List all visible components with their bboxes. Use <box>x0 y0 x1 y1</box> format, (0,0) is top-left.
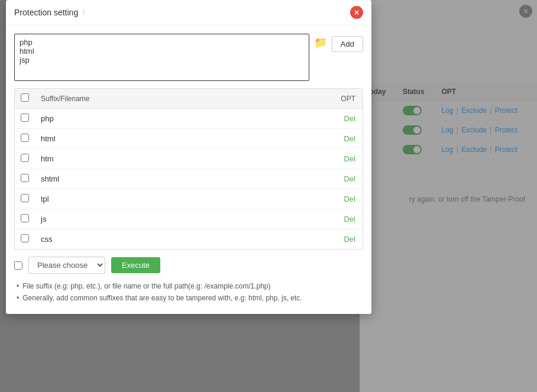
row-checkbox[interactable] <box>21 214 29 222</box>
modal-dialog: Protection setting ! × php html jsp 📁 Ad… <box>6 0 371 314</box>
th-opt: OPT <box>260 89 363 109</box>
row-checkbox[interactable] <box>21 154 29 162</box>
row-checkbox[interactable] <box>21 234 29 242</box>
suffix-textarea[interactable]: php html jsp <box>14 34 309 81</box>
row-check-cell <box>15 169 35 189</box>
row-check-cell <box>15 129 35 149</box>
action-row: Please choose Execute <box>14 257 363 274</box>
row-opt-cell: Del <box>260 209 363 229</box>
table-header-row: Suffix/Filename OPT <box>15 89 363 109</box>
row-suffix-cell: tpl <box>35 189 260 209</box>
select-all-checkbox[interactable] <box>21 93 29 102</box>
row-suffix-cell: html <box>35 129 260 149</box>
row-check-cell <box>15 149 35 169</box>
table-row: js Del <box>15 209 363 229</box>
row-check-cell <box>15 109 35 129</box>
table-row: shtml Del <box>15 169 363 189</box>
row-opt-cell: Del <box>260 109 363 129</box>
modal-title: Protection setting ! <box>14 8 85 17</box>
row-checkbox[interactable] <box>21 114 29 122</box>
row-check-cell <box>15 209 35 229</box>
row-opt-cell: Del <box>260 129 363 149</box>
del-link[interactable]: Del <box>344 114 355 123</box>
please-choose-select[interactable]: Please choose <box>28 257 105 274</box>
row-suffix-cell: js <box>35 209 260 229</box>
row-opt-cell: Del <box>260 189 363 209</box>
modal-header: Protection setting ! × <box>6 0 371 25</box>
row-suffix-cell: php <box>35 109 260 129</box>
th-checkbox <box>15 89 35 109</box>
hint-text-1: File suffix (e.g: php, etc.), or file na… <box>22 282 270 290</box>
table-row: css Del <box>15 229 363 250</box>
execute-button[interactable]: Execute <box>111 257 160 273</box>
del-link[interactable]: Del <box>344 134 355 143</box>
modal-body: php html jsp 📁 Add Suffix/Filename OPT <box>6 25 371 314</box>
textarea-icons: 📁 <box>314 34 327 49</box>
del-link[interactable]: Del <box>344 174 355 183</box>
suffix-table-container: Suffix/Filename OPT php Del <box>14 88 363 250</box>
action-select-all-checkbox[interactable] <box>14 261 22 270</box>
row-checkbox[interactable] <box>21 134 29 142</box>
row-suffix-cell: shtml <box>35 169 260 189</box>
row-opt-cell: Del <box>260 229 363 250</box>
del-link[interactable]: Del <box>344 154 355 163</box>
folder-icon[interactable]: 📁 <box>314 36 327 49</box>
modal-close-button[interactable]: × <box>350 6 363 19</box>
th-suffix: Suffix/Filename <box>35 89 260 109</box>
modal-title-suffix: ! <box>83 9 85 17</box>
hint-item: Generally, add common suffixes that are … <box>17 294 361 302</box>
hint-text-2: Generally, add common suffixes that are … <box>22 294 302 302</box>
row-checkbox[interactable] <box>21 194 29 202</box>
hints-section: File suffix (e.g: php, etc.), or file na… <box>14 282 363 302</box>
row-opt-cell: Del <box>260 169 363 189</box>
hint-item: File suffix (e.g: php, etc.), or file na… <box>17 282 361 290</box>
del-link[interactable]: Del <box>344 235 355 244</box>
row-suffix-cell: css <box>35 229 260 250</box>
table-row: html Del <box>15 129 363 149</box>
row-suffix-cell: htm <box>35 149 260 169</box>
table-row: php Del <box>15 109 363 129</box>
del-link[interactable]: Del <box>344 215 355 223</box>
table-row: htm Del <box>15 149 363 169</box>
row-opt-cell: Del <box>260 149 363 169</box>
suffix-table: Suffix/Filename OPT php Del <box>15 89 363 249</box>
add-button[interactable]: Add <box>332 36 363 52</box>
textarea-row: php html jsp 📁 Add <box>14 34 363 81</box>
row-check-cell <box>15 229 35 250</box>
row-checkbox[interactable] <box>21 174 29 182</box>
table-row: tpl Del <box>15 189 363 209</box>
row-check-cell <box>15 189 35 209</box>
del-link[interactable]: Del <box>344 195 355 203</box>
